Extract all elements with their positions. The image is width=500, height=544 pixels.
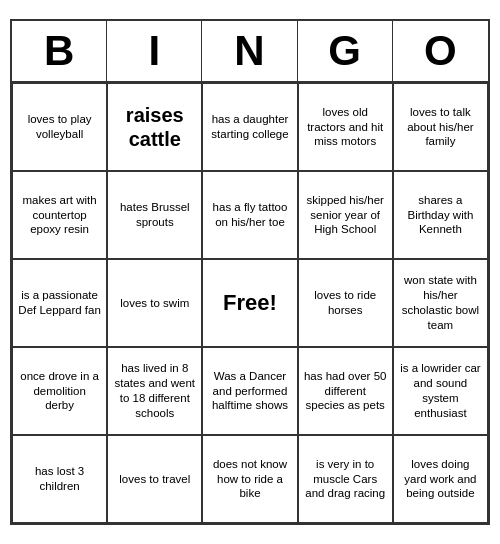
bingo-cell-18: has had over 50 different species as pet… — [298, 347, 393, 435]
bingo-cell-0: loves to play volleyball — [12, 83, 107, 171]
bingo-cell-3: loves old tractors and hit miss motors — [298, 83, 393, 171]
bingo-cell-2: has a daughter starting college — [202, 83, 297, 171]
bingo-cell-22: does not know how to ride a bike — [202, 435, 297, 523]
bingo-cell-9: shares a Birthday with Kenneth — [393, 171, 488, 259]
bingo-cell-21: loves to travel — [107, 435, 202, 523]
bingo-cell-14: won state with his/her scholastic bowl t… — [393, 259, 488, 347]
bingo-letter-i: I — [107, 21, 202, 81]
bingo-cell-19: is a lowrider car and sound system enthu… — [393, 347, 488, 435]
bingo-cell-17: Was a Dancer and performed halftime show… — [202, 347, 297, 435]
bingo-cell-24: loves doing yard work and being outside — [393, 435, 488, 523]
bingo-cell-6: hates Brussel sprouts — [107, 171, 202, 259]
bingo-cell-4: loves to talk about his/her family — [393, 83, 488, 171]
bingo-letter-o: O — [393, 21, 488, 81]
bingo-header: BINGO — [12, 21, 488, 83]
bingo-cell-8: skipped his/her senior year of High Scho… — [298, 171, 393, 259]
free-space: Free! — [202, 259, 297, 347]
bingo-cell-1: raises cattle — [107, 83, 202, 171]
bingo-cell-13: loves to ride horses — [298, 259, 393, 347]
bingo-cell-11: loves to swim — [107, 259, 202, 347]
bingo-grid: loves to play volleyballraises cattlehas… — [12, 83, 488, 523]
bingo-letter-b: B — [12, 21, 107, 81]
bingo-cell-20: has lost 3 children — [12, 435, 107, 523]
bingo-cell-16: has lived in 8 states and went to 18 dif… — [107, 347, 202, 435]
bingo-cell-7: has a fly tattoo on his/her toe — [202, 171, 297, 259]
bingo-cell-15: once drove in a demolition derby — [12, 347, 107, 435]
bingo-cell-10: is a passionate Def Leppard fan — [12, 259, 107, 347]
bingo-cell-23: is very in to muscle Cars and drag racin… — [298, 435, 393, 523]
bingo-letter-n: N — [202, 21, 297, 81]
bingo-cell-5: makes art with countertop epoxy resin — [12, 171, 107, 259]
bingo-letter-g: G — [298, 21, 393, 81]
bingo-card: BINGO loves to play volleyballraises cat… — [10, 19, 490, 525]
